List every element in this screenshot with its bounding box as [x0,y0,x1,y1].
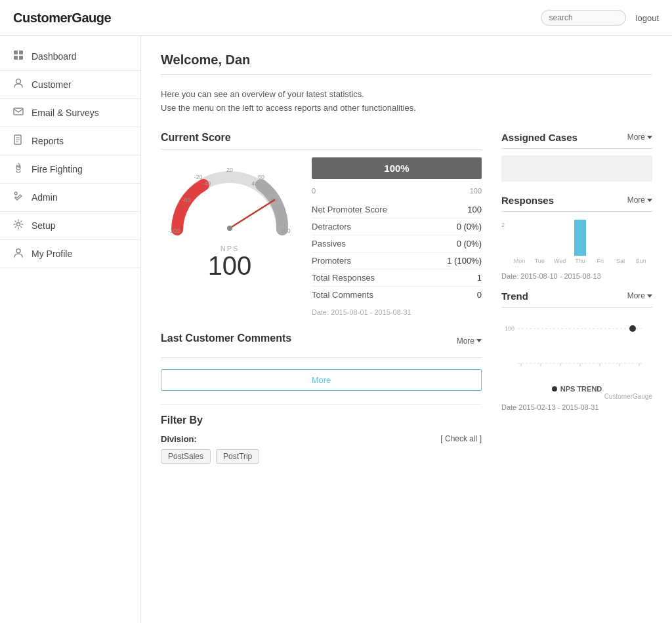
trend-chart: 100 [501,314,652,393]
svg-text:60: 60 [258,174,264,180]
score-row: Detractors0 (0%) [312,218,482,235]
sidebar-item-label: Dashboard [32,51,77,62]
comments-more-link[interactable]: More [457,336,482,346]
score-date-range: Date: 2015-08-01 - 2015-08-31 [312,308,482,316]
welcome-title: Welcome, Dan [161,52,652,68]
gauge-score: 100 [161,252,299,279]
responses-arrow [647,199,652,202]
svg-rect-1 [19,50,23,54]
assigned-cases-more[interactable]: More [627,132,652,142]
day-bar-group: Mon [511,256,528,264]
customer-icon [12,78,25,91]
svg-text:100: 100 [280,228,290,234]
assigned-cases-header: Assigned Cases More [501,132,652,149]
svg-text:20: 20 [226,167,233,173]
sidebar-item-customer[interactable]: Customer [0,71,140,99]
admin-icon [12,191,25,204]
svg-rect-0 [14,50,18,54]
sidebar-item-email-surveys[interactable]: Email & Surveys [0,99,140,127]
day-label: Tue [535,258,545,264]
responses-title: Responses [501,195,554,206]
comments-divider [161,357,482,358]
day-label: Mon [514,258,526,264]
search-input[interactable] [541,10,626,26]
logo: CustomerGauge [13,10,111,26]
comments-title: Last Customer Comments [161,332,291,350]
header: CustomerGauge logout [0,0,672,36]
score-rows: Net Promoter Score100Detractors0 (0%)Pas… [312,201,482,303]
day-label: Wed [554,258,566,264]
day-bar-group: Thu [572,220,589,264]
division-tags: PostSalesPostTrip [161,449,482,464]
svg-point-23 [227,226,232,231]
response-bar [574,220,586,256]
right-column: Assigned Cases More Responses More [501,132,652,464]
gauge-svg: -100 -60 -20 20 60 80 100 -40 40 [164,157,295,243]
sidebar-item-admin[interactable]: Admin [0,184,140,212]
content-columns: Current Score -100 -60 [161,132,652,464]
score-details: 100% 0 100 Net Promoter Score100Detracto… [312,157,482,316]
score-row: Passives0 (0%) [312,235,482,252]
current-score-title: Current Score [161,132,482,150]
welcome-description: Here you can see an overview of your lat… [161,88,652,115]
trend-more[interactable]: More [627,291,652,300]
reports-icon [12,134,25,148]
welcome-divider [161,74,652,75]
comments-section-header: Last Customer Comments More [161,332,482,350]
day-label: Thu [575,258,585,264]
check-all-link[interactable]: [ Check all ] [440,434,482,443]
sidebar-item-label: Reports [32,136,64,146]
trend-legend: NPS TREND [501,385,652,393]
svg-text:100: 100 [505,325,514,332]
assigned-cases-section: Assigned Cases More [501,132,652,182]
dashboard-icon [12,50,25,63]
sidebar-item-fire-fighting[interactable]: Fire Fighting [0,155,140,184]
score-row: Net Promoter Score100 [312,201,482,218]
profile-icon [12,247,25,260]
svg-text:-100: -100 [168,228,180,234]
trend-svg: 100 [501,314,646,380]
svg-point-27 [629,325,636,332]
assigned-cases-arrow [647,136,652,139]
logout-button[interactable]: logout [636,13,659,23]
gauge-area: -100 -60 -20 20 60 80 100 -40 40 [161,157,299,279]
main-layout: Dashboard Customer Email & Surveys Repor… [0,36,672,623]
day-label: Fri [597,258,604,264]
trend-date: Date 2015-02-13 - 2015-08-31 [501,403,652,411]
svg-rect-5 [14,108,23,115]
score-container: -100 -60 -20 20 60 80 100 -40 40 [161,157,482,316]
svg-point-4 [16,79,21,84]
svg-point-12 [16,249,20,253]
svg-text:-20: -20 [194,174,202,180]
division-label: Division: [161,434,197,444]
more-comments-button[interactable]: More [161,369,482,391]
email-icon [12,106,25,119]
sidebar-item-setup[interactable]: Setup [0,212,140,240]
header-right: logout [541,10,659,26]
svg-text:-60: -60 [182,197,190,203]
svg-point-10 [14,192,17,195]
sidebar-item-reports[interactable]: Reports [0,127,140,155]
trend-section: Trend More 100 [501,291,652,393]
division-tag[interactable]: PostSales [161,449,211,464]
responses-more[interactable]: More [627,195,652,205]
svg-point-11 [17,223,20,226]
fire-icon [12,163,25,176]
day-label: Sat [616,258,625,264]
sidebar-item-my-profile[interactable]: My Profile [0,240,140,268]
sidebar-item-label: Customer [32,79,72,90]
responses-section: Responses More 2 MonTueWedThuFriSatSun D… [501,195,652,277]
score-bar: 100% [312,157,482,179]
trend-header: Trend More [501,291,652,308]
responses-header: Responses More [501,195,652,212]
day-bar-group: Tue [532,256,548,264]
responses-date: Date: 2015-08-10 - 2015-08-13 [501,272,652,280]
day-bar-group: Sun [633,256,649,264]
trend-legend-label: NPS TREND [560,385,602,393]
score-row: Promoters1 (100%) [312,252,482,270]
filter-section: Filter By Division: [ Check all ] PostSa… [161,404,482,464]
division-tag[interactable]: PostTrip [216,449,259,464]
sidebar-item-dashboard[interactable]: Dashboard [0,43,140,71]
responses-bars: MonTueWedThuFriSatSun [501,218,652,264]
trend-legend-sub: CustomerGauge [501,393,652,400]
